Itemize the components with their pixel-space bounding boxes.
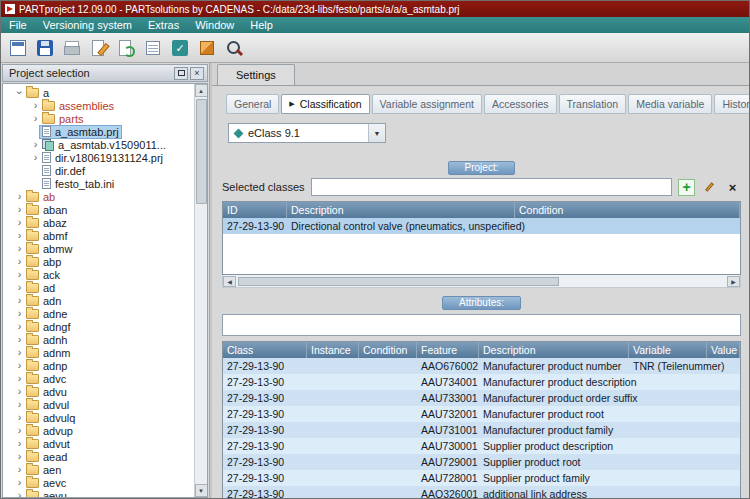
tree-item-festo-tab-ini[interactable]: festo_tab.ini [3,177,193,190]
tab-classification[interactable]: ▶Classification [281,94,369,114]
float-panel-button[interactable] [174,67,188,80]
tree-item-abp[interactable]: ›abp [3,255,193,268]
tree-item-aevu[interactable]: ›aevu [3,489,193,497]
tree-item-dir-def[interactable]: dir.def [3,164,193,177]
scroll-right-button[interactable]: ▶ [727,276,740,287]
tree-item-parts[interactable]: ›parts [3,112,193,125]
expander-icon[interactable]: › [15,372,24,385]
tab-general[interactable]: General [226,94,279,114]
expander-icon[interactable]: › [31,151,40,164]
close-panel-button[interactable]: × [190,67,204,80]
tab-variable-assignment[interactable]: Variable assignment [372,94,482,114]
expander-icon[interactable]: › [15,255,24,268]
menu-extras[interactable]: Extras [140,17,187,33]
remove-class-button[interactable]: × [724,179,741,196]
tab-history[interactable]: History [714,94,749,114]
column-header[interactable]: Variable [629,342,707,358]
expander-icon[interactable]: › [15,489,24,497]
tree-item-adnm[interactable]: ›adnm [3,346,193,359]
project-table-hscrollbar[interactable]: ◀ ▶ [222,275,741,288]
tree-item-abmw[interactable]: ›abmw [3,242,193,255]
scroll-left-button[interactable]: ◀ [223,276,236,287]
column-header[interactable]: Condition [515,202,740,218]
tree-scrollbar[interactable]: ▲ ▼ [194,84,207,497]
expander-icon[interactable]: › [15,229,24,242]
class-system-select[interactable]: eClass 9.1 ▼ [228,123,386,143]
expander-icon[interactable]: › [15,216,24,229]
tree-item-ab[interactable]: ›ab [3,190,193,203]
hscrollbar-thumb[interactable] [238,277,559,286]
expander-icon[interactable]: › [15,307,24,320]
tree-item-adnh[interactable]: ›adnh [3,333,193,346]
expander-icon[interactable]: › [15,268,24,281]
add-class-button[interactable]: + [678,179,695,196]
table-row[interactable]: 27-29-13-90AAU731001Manufacturer product… [223,422,740,438]
tree-item-a-asmtab-v1509011-[interactable]: ›a_asmtab.v1509011... [3,138,193,151]
table-row[interactable]: 27-29-13-90AAU733001Manufacturer product… [223,390,740,406]
tree-item-advut[interactable]: ›advut [3,437,193,450]
edit-document-button[interactable] [87,36,111,60]
tree-item-a[interactable]: ›a [3,86,193,99]
column-header[interactable]: Feature [417,342,479,358]
selected-classes-input[interactable] [311,178,672,196]
column-header[interactable]: Instance [307,342,359,358]
tree-item-aevc[interactable]: ›aevc [3,476,193,489]
tree-item-aban[interactable]: ›aban [3,203,193,216]
column-header[interactable]: Condition [359,342,417,358]
column-header[interactable]: Description [479,342,629,358]
tree-item-adne[interactable]: ›adne [3,307,193,320]
expander-icon[interactable]: › [15,190,24,203]
table-row[interactable]: 27-29-13-90AAO676002Manufacturer product… [223,358,740,374]
menu-window[interactable]: Window [187,17,242,33]
expander-icon[interactable]: › [31,112,40,125]
table-row[interactable]: 27-29-13-90AAU734001Manufacturer product… [223,374,740,390]
tab-settings[interactable]: Settings [217,64,295,85]
qa-check-button[interactable] [168,36,192,60]
expander-icon[interactable]: › [15,385,24,398]
tree-item-a-asmtab-prj[interactable]: a_asmtab.prj [3,125,193,138]
tree-item-advup[interactable]: ›advup [3,424,193,437]
save-button[interactable] [33,36,57,60]
tree-item-dir-v180619131124-prj[interactable]: ›dir.v180619131124.prj [3,151,193,164]
package-button[interactable] [195,36,219,60]
tab-media-variable[interactable]: Media variable [628,94,712,114]
tab-translation[interactable]: Translation [559,94,627,114]
tree-item-adnp[interactable]: ›adnp [3,359,193,372]
tree-item-adn[interactable]: ›adn [3,294,193,307]
column-header[interactable]: Class [223,342,307,358]
scrollbar-thumb[interactable] [196,99,207,204]
column-header[interactable]: Description [287,202,515,218]
table-row[interactable]: 27-29-13-90AAU729001Supplier product roo… [223,454,740,470]
table-row[interactable]: 27-29-13-90Directional control valve (pn… [223,218,740,234]
expander-icon[interactable]: › [15,411,24,424]
menu-versioning-system[interactable]: Versioning system [35,17,140,33]
expander-icon[interactable]: › [15,450,24,463]
attributes-filter-input[interactable] [222,314,741,336]
expander-icon[interactable]: › [15,242,24,255]
expander-icon[interactable]: › [15,320,24,333]
expander-icon[interactable]: › [15,333,24,346]
menu-help[interactable]: Help [242,17,281,33]
expander-icon[interactable]: › [15,398,24,411]
edit-class-button[interactable] [701,179,718,196]
tab-accessories[interactable]: Accessories [484,94,557,114]
scroll-up-button[interactable]: ▲ [195,84,208,97]
tree-item-assemblies[interactable]: ›assemblies [3,99,193,112]
tree-item-advul[interactable]: ›advul [3,398,193,411]
expander-icon[interactable]: › [13,88,26,97]
tree-item-advulq[interactable]: ›advulq [3,411,193,424]
expander-icon[interactable]: › [15,463,24,476]
expander-icon[interactable]: › [15,476,24,489]
tree-item-advc[interactable]: ›advc [3,372,193,385]
tree-item-ack[interactable]: ›ack [3,268,193,281]
table-row[interactable]: 27-29-13-90AAU730001Supplier product des… [223,438,740,454]
expander-icon[interactable]: › [15,424,24,437]
table-row[interactable]: 27-29-13-90AAU732001Manufacturer product… [223,406,740,422]
expander-icon[interactable]: › [15,359,24,372]
tree-item-abaz[interactable]: ›abaz [3,216,193,229]
tree-item-adngf[interactable]: ›adngf [3,320,193,333]
dropdown-arrow-icon[interactable]: ▼ [368,124,385,142]
tree-item-aen[interactable]: ›aen [3,463,193,476]
search-button[interactable] [222,36,246,60]
form-editor-button[interactable] [6,36,30,60]
